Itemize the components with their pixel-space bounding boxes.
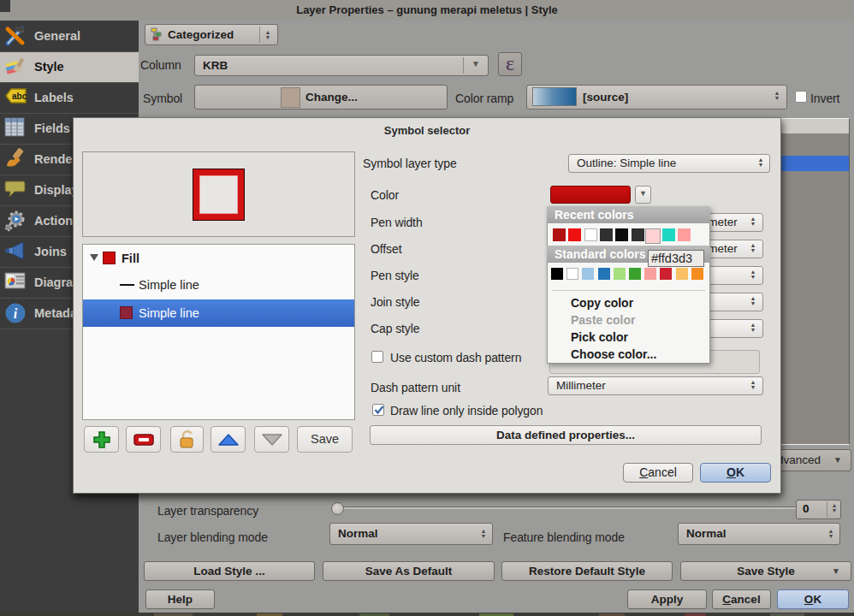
svg-text:abc: abc bbox=[12, 92, 27, 101]
svg-text:i: i bbox=[14, 306, 18, 321]
